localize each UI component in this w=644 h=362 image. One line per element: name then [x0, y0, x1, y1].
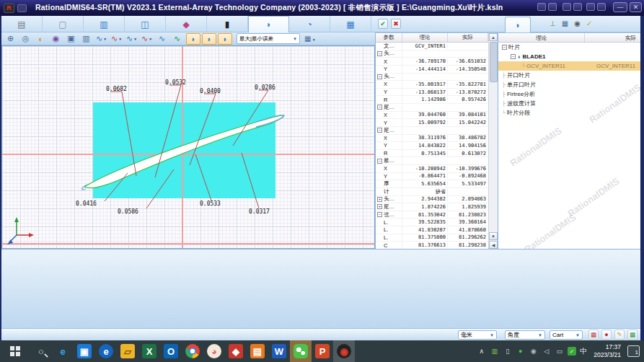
export-icon[interactable]: ✓ [586, 19, 592, 29]
expander-icon[interactable]: − [377, 74, 382, 79]
taskbar-word[interactable]: W [268, 340, 290, 362]
app-icon[interactable]: R [4, 4, 14, 13]
notification-center-icon[interactable]: 1 [627, 345, 640, 357]
col-theory[interactable]: 理论 [402, 33, 448, 42]
blade-report-button[interactable]: ◗ [218, 33, 232, 45]
table-row[interactable]: −尾… [376, 127, 488, 135]
tab-view[interactable]: ▦ [330, 16, 371, 32]
curve-fit-icon[interactable]: ∿ ▼ [139, 33, 154, 45]
tree-item[interactable]: └ GCV_INTER11 GCV_INTER11 [498, 61, 640, 71]
alignment-status-icon[interactable]: ▦ [588, 330, 599, 340]
expander-icon[interactable]: − [502, 45, 507, 50]
tree-col-actual[interactable]: 实际 [585, 33, 640, 42]
taskbar-wechat[interactable] [290, 340, 312, 362]
table-row[interactable]: −尾… [376, 104, 488, 112]
ime-indicator[interactable]: 中 [580, 346, 587, 356]
tree-item[interactable]: − ◗ BLADE1 [498, 52, 640, 61]
gpu-tray-icon[interactable]: ▥ [490, 348, 499, 355]
expander-icon[interactable]: − [377, 51, 382, 56]
scroll-up-icon[interactable]: ▲ [489, 33, 498, 41]
pen-status-icon[interactable]: ✎ [614, 330, 625, 340]
layout-icon[interactable]: ▦ ▼ [304, 35, 316, 43]
tree-item[interactable]: ├ Firtree分析 [498, 89, 640, 99]
minimize-button[interactable]: — [613, 2, 627, 12]
table-row[interactable]: 计 缺省 [376, 188, 488, 196]
table-row[interactable]: 厚 5.635654 5.533497 [376, 180, 488, 188]
taskbar-shield[interactable]: ◆ [225, 340, 247, 362]
table-row[interactable]: Y -13.868137 -13.870272 [376, 89, 488, 97]
expander-icon[interactable]: + [377, 204, 382, 209]
tree-item[interactable]: ├ 开口叶片 [498, 71, 640, 80]
expander-icon[interactable]: − [511, 54, 516, 59]
table-row[interactable]: Y -14.444114 -14.350548 [376, 66, 488, 74]
taskbar-explorer[interactable]: ▱ [117, 340, 138, 362]
security-check-tray-icon[interactable]: ✓ [568, 347, 576, 356]
tab-features[interactable]: ◆ [166, 16, 207, 32]
curve-edit-icon[interactable]: ∿ ▼ [124, 33, 139, 45]
table-row[interactable]: X -35.801917 -35.822781 [376, 81, 488, 89]
taskbar-search[interactable]: ○ [30, 340, 52, 362]
image-icon[interactable]: ▣ ▼ [63, 33, 79, 45]
angle-dropdown[interactable]: 角度▼ [505, 330, 545, 340]
taskbar-everything[interactable]: ▤ [247, 340, 268, 362]
start-button[interactable] [0, 340, 30, 362]
eye-icon[interactable]: ◉ ▼ [48, 33, 63, 45]
tab-evaluate[interactable]: ◔ [289, 16, 330, 32]
scroll-thumb[interactable] [490, 42, 498, 82]
table-row[interactable]: L. 41.830207 41.878660 [376, 226, 488, 234]
expander-icon[interactable]: − [377, 128, 382, 133]
table-row[interactable]: Y 14.843822 14.904156 [376, 142, 488, 150]
wechat-tray-icon[interactable]: ● [516, 348, 525, 355]
taskbar-qq[interactable]: ▣ [74, 340, 95, 362]
table-row[interactable]: 文… GCV_INTER1 [376, 43, 488, 50]
tree-item[interactable]: − 叶片 [498, 43, 640, 52]
taskbar-outlook[interactable]: O [160, 340, 182, 362]
tab-document[interactable]: ▢ [43, 16, 84, 32]
table-row[interactable]: R 1.142986 0.957426 [376, 96, 488, 104]
fit-view-icon[interactable]: ⊕ ▼ [3, 33, 18, 45]
table-row[interactable]: Y -0.864471 -0.892468 [376, 173, 488, 181]
error-mode-dropdown[interactable]: 最大|最小误差▼ [237, 33, 300, 44]
taskbar-excel[interactable]: X [138, 340, 160, 362]
table-row[interactable]: X -10.208942 -10.399676 [376, 165, 488, 173]
expander-icon[interactable]: − [377, 159, 382, 164]
tab-output[interactable]: ▤ [1, 16, 43, 32]
scrollbar[interactable]: ▲ ▼ ◀ [488, 33, 498, 250]
unit-dropdown[interactable]: 毫米▼ [458, 330, 497, 340]
taskbar-ie[interactable]: e [52, 340, 74, 362]
title-tool-icons-2[interactable] [563, 3, 582, 11]
taskbar-rationaldmis[interactable]: ◉ [333, 340, 355, 362]
coordinate-dropdown[interactable]: Cart▼ [550, 330, 583, 340]
table-row[interactable]: −弦… 81.353042 81.238823 [376, 211, 488, 219]
table-row[interactable]: −最… [376, 157, 488, 165]
dro-icon[interactable]: ▦ [627, 330, 638, 340]
table-row[interactable]: X 38.311976 38.486782 [376, 135, 488, 143]
table-row[interactable]: Y 15.009792 15.042242 [376, 119, 488, 127]
scroll-left-icon[interactable]: ◀ [489, 241, 498, 249]
col-parameter[interactable]: 参数 [376, 33, 402, 42]
title-tool-icons-3[interactable] [586, 3, 606, 11]
clock[interactable]: 17:37 2023/3/21 [594, 343, 621, 358]
table-row[interactable]: L. 81.375800 81.296262 [376, 234, 488, 242]
tab-model[interactable]: ◫ [125, 16, 166, 32]
tree-item[interactable]: ├ 单开口叶片 [498, 80, 640, 89]
col-actual[interactable]: 实际 [448, 33, 488, 42]
expander-icon[interactable]: + [377, 197, 382, 202]
curve-scan-icon[interactable]: ∿ ▼ [109, 33, 124, 45]
display-tray-icon[interactable]: ▭ [555, 348, 564, 355]
camera-icon[interactable]: ◉ [574, 19, 581, 29]
table-row[interactable]: +头… 2.944382 2.894863 [376, 196, 488, 204]
scroll-down-icon[interactable]: ▼ [489, 232, 498, 240]
screen-icon[interactable]: ▥ ▼ [79, 33, 94, 45]
tree-blade-tab[interactable]: ◗ [505, 17, 531, 32]
table-row[interactable]: +尾… 1.874226 1.825939 [376, 203, 488, 211]
close-button[interactable]: ✕ [630, 2, 642, 12]
taskbar-paint[interactable]: ◕ [203, 340, 225, 362]
graphics-view[interactable]: 0.0682 0.0532 0.0400 0.0286 0.0416 0.058… [1, 45, 375, 249]
camera-tray-icon[interactable]: ◉ [529, 348, 538, 355]
tree-item[interactable]: └ 叶片分段 [498, 108, 640, 118]
usb-tray-icon[interactable]: ▯ [503, 348, 512, 355]
blade-section-button[interactable]: ◗ [186, 33, 200, 45]
axis-icon[interactable]: ⊥ [550, 19, 556, 29]
datapanel-close-icon[interactable]: ✖ [391, 19, 401, 29]
